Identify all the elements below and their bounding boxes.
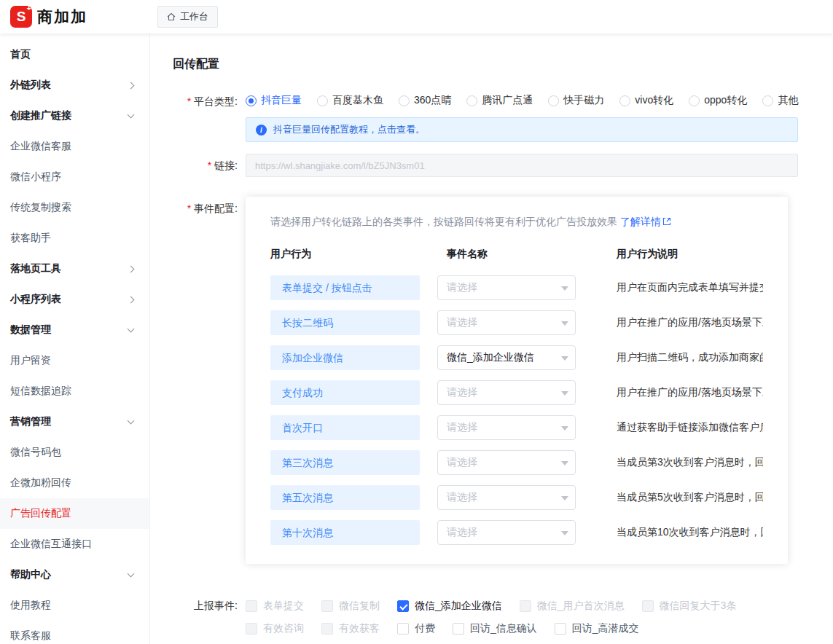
sidebar-item-wechat-miniprogram[interactable]: 微信小程序 [0, 162, 149, 192]
chevron-down-icon [128, 570, 135, 578]
caret-down-icon [561, 286, 568, 291]
sidebar-item-wecom-fan-callback[interactable]: 企微加粉回传 [0, 468, 149, 498]
tab-workbench[interactable]: 工作台 [157, 6, 218, 28]
cb-revisit-info-confirm[interactable]: 回访_信息确认 [453, 622, 537, 635]
radio-icon [466, 95, 477, 106]
tab-workbench-label: 工作台 [180, 10, 208, 23]
cb-form-submit[interactable]: 表单提交 [246, 600, 304, 613]
chevron-down-icon [128, 417, 135, 425]
radio-tencent-guangdiantong[interactable]: 腾讯广点通 [466, 94, 533, 107]
cb-wechat-replies-gt-3[interactable]: 微信回复大于3条 [642, 600, 737, 613]
sidebar-item-external-link-list[interactable]: 外链列表 [0, 70, 149, 101]
link-label: 链接: [173, 154, 246, 177]
sidebar-item-marketing-management[interactable]: 营销管理 [0, 407, 149, 437]
radio-icon [317, 95, 328, 106]
radio-label: 其他 [778, 94, 798, 107]
cb-wechat-add-wecom[interactable]: 微信_添加企业微信 [397, 600, 502, 613]
sidebar-item-sms-data-tracking[interactable]: 短信数据追踪 [0, 376, 149, 407]
sidebar-item-help-center[interactable]: 帮助中心 [0, 559, 149, 590]
radio-label: 抖音巨量 [261, 94, 302, 107]
sidebar-item-label: 微信号码包 [10, 446, 61, 459]
sidebar-item-copy-search[interactable]: 传统复制搜索 [0, 192, 149, 223]
sidebar-item-wecom-customer-service[interactable]: 企业微信客服 [0, 131, 149, 162]
radio-kuaishou-cili[interactable]: 快手磁力 [548, 94, 604, 107]
sidebar-item-create-promo-link[interactable]: 创建推广链接 [0, 101, 149, 131]
checkbox-icon [246, 600, 257, 612]
column-behavior-desc: 用户行为说明 [617, 248, 763, 261]
sidebar-item-user-leads[interactable]: 用户留资 [0, 345, 149, 376]
behavior-long-press-qrcode[interactable]: 长按二维码 [270, 310, 420, 335]
behavior-first-message[interactable]: 首次开口 [270, 415, 420, 440]
radio-vivo-conversion[interactable]: vivo转化 [619, 94, 673, 107]
behavior-third-message[interactable]: 第三次消息 [270, 450, 420, 475]
sidebar-item-wechat-number-pack[interactable]: 微信号码包 [0, 437, 149, 468]
sidebar-item-label: 创建推广链接 [10, 109, 71, 122]
behavior-desc: 用户在页面内完成表单填写并提交 [617, 281, 763, 294]
top-bar: S + 商加加 工作台 [0, 0, 833, 34]
event-select[interactable]: 请选择 [437, 380, 576, 405]
radio-other[interactable]: 其他 [762, 94, 798, 107]
chevron-right-icon [128, 82, 135, 89]
sidebar-item-tutorial[interactable]: 使用教程 [0, 590, 149, 621]
event-row: 表单提交 / 按钮点击 请选择 用户在页面内完成表单填写并提交 [270, 275, 763, 300]
radio-oppo-conversion[interactable]: oppo转化 [689, 94, 747, 107]
caret-down-icon [561, 496, 568, 500]
report-checkbox-row: 有效咨询 有效获客 付费 回访_信息确认 回访_高潜成交 [246, 622, 798, 635]
sidebar-item-contact-support[interactable]: 联系客服 [0, 621, 149, 644]
radio-baidu-jimuyu[interactable]: 百度基木鱼 [317, 94, 383, 107]
radio-icon [762, 95, 773, 106]
checkbox-label: 有效咨询 [263, 622, 304, 635]
event-row: 首次开口 请选择 通过获客助手链接添加微信客户后，当微... [270, 415, 763, 440]
event-select[interactable]: 请选择 [437, 415, 576, 440]
behavior-payment-success[interactable]: 支付成功 [270, 380, 420, 405]
behavior-add-wecom[interactable]: 添加企业微信 [270, 345, 420, 370]
event-select-value: 微信_添加企业微信 [447, 351, 534, 364]
sidebar-item-data-management[interactable]: 数据管理 [0, 315, 149, 345]
checkbox-label: 回访_高潜成交 [572, 622, 639, 635]
sidebar-item-ad-callback-config[interactable]: 广告回传配置 [0, 498, 149, 529]
cb-valid-consult[interactable]: 有效咨询 [246, 622, 304, 635]
sidebar-item-landing-page-tools[interactable]: 落地页工具 [0, 254, 149, 284]
learn-more-link[interactable]: 了解详情 [620, 216, 661, 227]
event-select[interactable]: 请选择 [437, 520, 576, 545]
sidebar-item-home[interactable]: 首页 [0, 39, 149, 70]
event-select[interactable]: 请选择 [437, 310, 576, 335]
behavior-fifth-message[interactable]: 第五次消息 [270, 485, 420, 510]
event-table-header: 用户行为 事件名称 用户行为说明 [270, 248, 763, 261]
checkbox-label: 回访_信息确认 [470, 622, 537, 635]
tutorial-banner-text[interactable]: 抖音巨量回传配置教程，点击查看。 [273, 123, 425, 136]
sidebar-item-wecom-interop-api[interactable]: 企业微信互通接口 [0, 529, 149, 559]
platform-type-label: 平台类型: [173, 90, 246, 142]
event-select-value: 请选择 [447, 386, 477, 399]
checkbox-icon [555, 623, 566, 635]
behavior-desc: 当成员第10次收到客户消息时，回调此事... [617, 526, 763, 539]
sidebar-item-label: 帮助中心 [10, 568, 51, 581]
event-select[interactable]: 请选择 [437, 450, 576, 475]
caret-down-icon [561, 321, 568, 326]
cb-payment[interactable]: 付费 [397, 622, 435, 635]
event-select[interactable]: 请选择 [437, 275, 576, 300]
sidebar-item-label: 企业微信互通接口 [10, 538, 92, 551]
event-select[interactable]: 微信_添加企业微信 [437, 345, 576, 370]
sidebar-item-label: 用户留资 [10, 354, 51, 367]
event-config-row: 事件配置: 请选择用户转化链路上的各类事件，按链路回传将更有利于优化广告投放效果… [173, 197, 805, 581]
cb-revisit-high-intent-deal[interactable]: 回访_高潜成交 [555, 622, 639, 635]
behavior-tenth-message[interactable]: 第十次消息 [270, 520, 420, 545]
behavior-form-submit-button-click[interactable]: 表单提交 / 按钮点击 [270, 275, 420, 300]
sidebar-item-customer-assistant[interactable]: 获客助手 [0, 223, 149, 254]
home-icon [167, 12, 176, 21]
caret-down-icon [561, 391, 568, 396]
platform-type-row: 平台类型: 抖音巨量 百度基木鱼 360点睛 腾讯广点通 快手磁力 vivo转化… [173, 90, 805, 142]
sidebar-item-label: 企微加粉回传 [10, 476, 71, 490]
main-content: 回传配置 平台类型: 抖音巨量 百度基木鱼 360点睛 腾讯广点通 快手磁力 v… [150, 34, 833, 644]
cb-wechat-first-user-message[interactable]: 微信_用户首次消息 [520, 600, 625, 613]
radio-360-dianjing[interactable]: 360点睛 [399, 94, 451, 107]
radio-douyin-juliang[interactable]: 抖音巨量 [246, 94, 302, 107]
event-select-value: 请选择 [447, 421, 477, 434]
tutorial-banner[interactable]: 抖音巨量回传配置教程，点击查看。 [246, 117, 798, 142]
cb-valid-acquisition[interactable]: 有效获客 [321, 622, 380, 635]
sidebar-item-miniprogram-list[interactable]: 小程序列表 [0, 284, 149, 315]
cb-wechat-copy[interactable]: 微信复制 [321, 600, 380, 613]
event-select[interactable]: 请选择 [437, 485, 576, 510]
link-input[interactable] [246, 154, 798, 177]
